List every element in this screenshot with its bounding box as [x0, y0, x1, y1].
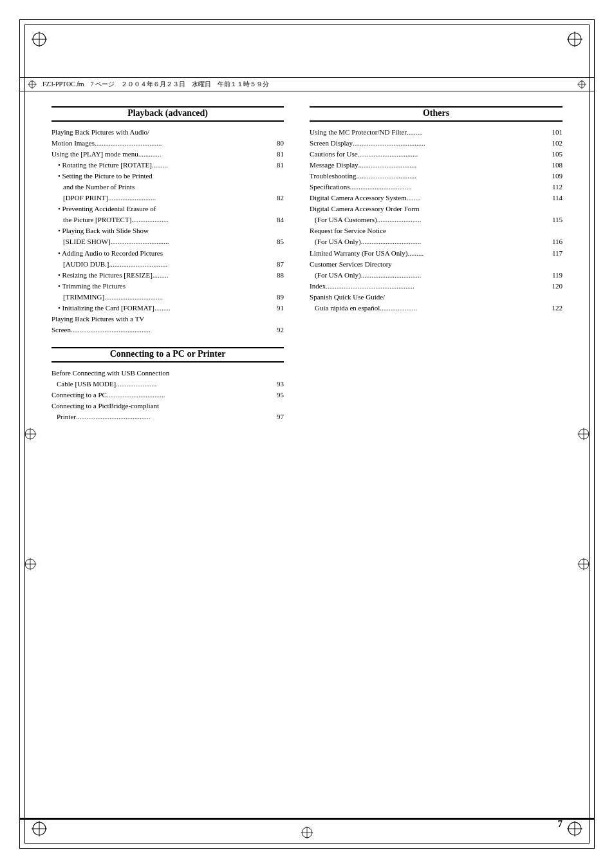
reg-mark-right-lower — [577, 557, 591, 571]
playback-divider-top — [51, 106, 284, 108]
entry-dpof: • Setting the Picture to be Printed and … — [51, 171, 284, 203]
entry-spanish-guide: Spanish Quick Use Guide/ Guía rápida en … — [310, 292, 563, 314]
playback-title: Playback (advanced) — [51, 108, 284, 118]
connecting-section: Connecting to a PC or Printer Before Con… — [51, 347, 284, 422]
others-divider-bottom — [310, 120, 563, 122]
entry-play-mode-menu: Using the [PLAY] mode menu .............… — [51, 149, 284, 160]
right-column: Others Using the MC Protector/ND Filter … — [297, 106, 563, 810]
entry-tv: Playing Back Pictures with a TV Screen .… — [51, 314, 284, 335]
header-crosshair-right — [577, 79, 587, 90]
bottom-rule-line — [19, 818, 595, 820]
entry-resize: • Resizing the Pictures [RESIZE] .......… — [51, 270, 284, 281]
playback-divider-bottom — [51, 120, 284, 122]
entry-audio-dub: • Adding Audio to Recorded Pictures [AUD… — [51, 248, 284, 270]
entry-format: • Initializing the Card [FORMAT] .......… — [51, 303, 284, 314]
reg-mark-top-right — [566, 30, 584, 48]
entry-mc-protector: Using the MC Protector/ND Filter .......… — [310, 127, 563, 138]
entry-trimming: • Trimming the Pictures [TRIMMING] .....… — [51, 281, 284, 303]
entry-pictbridge: Connecting to a PictBridge-compliant Pri… — [51, 401, 284, 422]
page-number: 7 — [558, 818, 563, 829]
entry-playing-back-audio: Playing Back Pictures with Audio/ Motion… — [51, 127, 284, 149]
reg-mark-right-mid — [577, 427, 591, 441]
entry-service-notice: Request for Service Notice (For USA Only… — [310, 225, 563, 247]
entry-slideshow: • Playing Back with Slide Show [SLIDE SH… — [51, 225, 284, 247]
header-strip: FZ3-PPTOC.fm 7 ページ ２００４年６月２３日 水曜日 午前１１時５… — [19, 77, 595, 91]
entry-protect: • Preventing Accidental Erasure of the P… — [51, 203, 284, 225]
main-content: Playback (advanced) Playing Back Picture… — [51, 106, 563, 810]
entry-accessory-system: Digital Camera Accessory System ........… — [310, 193, 563, 203]
connecting-title: Connecting to a PC or Printer — [51, 349, 284, 359]
reg-mark-bottom-right — [566, 820, 584, 838]
header-text: FZ3-PPTOC.fm 7 ページ ２００４年６月２３日 水曜日 午前１１時５… — [42, 80, 269, 89]
connecting-divider-bottom — [51, 361, 284, 363]
entry-message-display: Message Display ........................… — [310, 160, 563, 171]
entry-connecting-pc: Connecting to a PC .....................… — [51, 390, 284, 401]
entry-limited-warranty: Limited Warranty (For USA Only) ........… — [310, 248, 563, 259]
playback-section: Playback (advanced) Playing Back Picture… — [51, 106, 284, 335]
connecting-divider-top — [51, 347, 284, 348]
entry-screen-display: Screen Display .........................… — [310, 138, 563, 149]
reg-mark-bottom-left — [30, 820, 48, 838]
entry-usb-connection: Before Connecting with USB Connection Ca… — [51, 368, 284, 390]
others-title: Others — [310, 108, 563, 118]
entry-accessory-order: Digital Camera Accessory Order Form (For… — [310, 203, 563, 225]
entry-rotate: • Rotating the Picture [ROTATE] ........… — [51, 160, 284, 171]
reg-mark-top-left — [30, 30, 48, 48]
reg-mark-bottom-center — [300, 826, 314, 840]
entry-specifications: Specifications .........................… — [310, 182, 563, 193]
reg-mark-left-mid — [23, 427, 37, 441]
left-column: Playback (advanced) Playing Back Picture… — [51, 106, 297, 810]
others-divider-top — [310, 106, 563, 108]
reg-mark-left-lower — [23, 557, 37, 571]
entry-customer-services: Customer Services Directory (For USA Onl… — [310, 259, 563, 281]
entry-index: Index ..................................… — [310, 281, 563, 292]
header-crosshair-left — [27, 79, 37, 90]
entry-troubleshooting: Troubleshooting ........................… — [310, 171, 563, 182]
entry-cautions: Cautions for Use .......................… — [310, 149, 563, 160]
